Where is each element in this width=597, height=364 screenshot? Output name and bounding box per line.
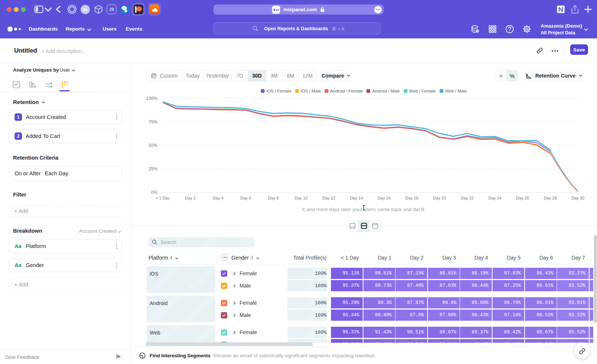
svg-text:Day 24: Day 24 [488, 196, 501, 200]
svg-text:Day 12: Day 12 [322, 196, 335, 200]
svg-text:50%: 50% [149, 143, 157, 148]
svg-text:Day 20: Day 20 [433, 196, 446, 200]
svg-text:Day 14: Day 14 [350, 196, 363, 200]
svg-text:Day 26: Day 26 [516, 196, 529, 200]
svg-text:Day 10: Day 10 [295, 196, 308, 200]
svg-text:Day 28: Day 28 [544, 196, 557, 200]
svg-text:Day 4: Day 4 [213, 196, 224, 200]
svg-text:Day 22: Day 22 [461, 196, 474, 200]
svg-text:Day 2: Day 2 [185, 196, 196, 200]
svg-text:75%: 75% [149, 119, 157, 125]
svg-text:Day 30: Day 30 [572, 196, 585, 200]
svg-text:Day 8: Day 8 [268, 196, 279, 200]
svg-text:Day 6: Day 6 [240, 196, 251, 200]
svg-text:25%: 25% [149, 166, 157, 172]
svg-text:< 1 Day: < 1 Day [156, 196, 170, 200]
svg-text:Day 18: Day 18 [405, 196, 418, 200]
svg-text:Day 16: Day 16 [378, 196, 391, 200]
svg-text:100%: 100% [146, 96, 157, 101]
svg-text:0%: 0% [151, 190, 158, 195]
